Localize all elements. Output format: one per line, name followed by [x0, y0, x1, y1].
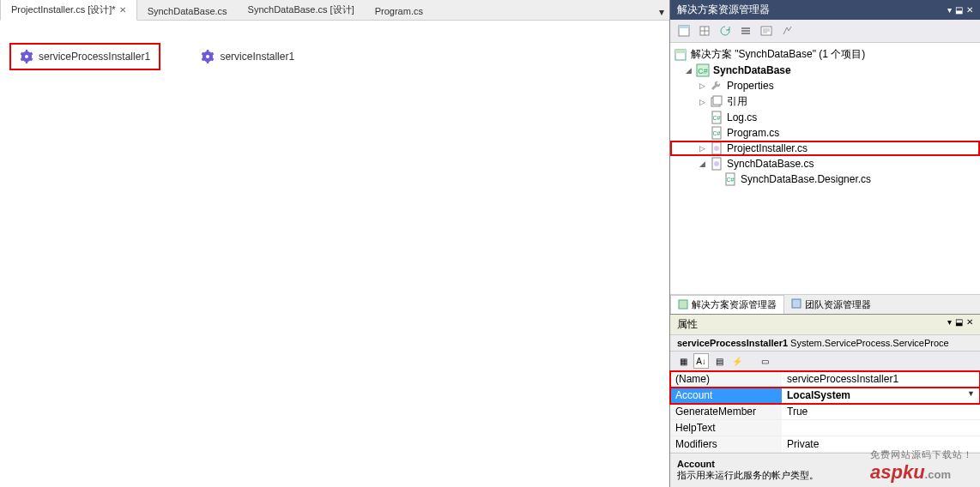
dropdown-icon[interactable]: ▼	[967, 389, 975, 401]
pin-icon[interactable]: ⬓	[955, 5, 963, 15]
prop-value[interactable]: True	[787, 406, 808, 418]
tree-file-project-installer[interactable]: ▷ ProjectInstaller.cs	[670, 141, 980, 156]
component-file-icon	[710, 141, 723, 155]
watermark-dotcom: .com	[925, 468, 951, 481]
tab-synchdatabase-cs[interactable]: SynchDataBase.cs	[137, 3, 238, 20]
properties-toolbar: ▦ A↓ ▤ ⚡ ▭	[670, 352, 980, 371]
tree-file-designer[interactable]: C# SynchDataBase.Designer.cs	[670, 171, 980, 187]
tree-file-synchdatabase[interactable]: ◢ SynchDataBase.cs	[670, 156, 980, 171]
panel-title: 属性	[677, 317, 698, 332]
svg-rect-4	[741, 30, 750, 32]
svg-rect-5	[741, 33, 750, 34]
tree-file-log[interactable]: C# Log.cs	[670, 110, 980, 125]
collapse-icon[interactable]	[737, 22, 754, 39]
tab-label: SynchDataBase.cs	[148, 6, 227, 16]
svg-point-20	[714, 161, 719, 166]
desc-text: 指示用来运行此服务的帐户类型。	[677, 470, 819, 480]
expand-icon[interactable]: ▷	[698, 81, 706, 90]
solution-icon	[674, 48, 687, 62]
component-service-installer[interactable]: serviceInstaller1	[194, 46, 301, 67]
component-label: serviceInstaller1	[220, 51, 294, 63]
tree-label: Program.cs	[727, 127, 779, 139]
events-icon[interactable]: ⚡	[729, 353, 745, 369]
collapse-icon[interactable]: ◢	[684, 66, 693, 75]
cs-file-icon: C#	[710, 126, 723, 140]
cs-file-icon: C#	[723, 172, 737, 186]
dropdown-icon[interactable]: ▾	[947, 317, 952, 332]
object-name: serviceProcessInstaller1	[677, 338, 788, 348]
refresh-icon[interactable]	[717, 22, 734, 39]
tree-references[interactable]: ▷ 引用	[670, 93, 980, 110]
object-type: System.ServiceProcess.ServiceProce	[790, 338, 949, 348]
view-code-icon[interactable]	[758, 22, 775, 39]
watermark-brand: aspku	[870, 461, 925, 483]
tab-solution-explorer[interactable]: 解决方案资源管理器	[670, 295, 784, 314]
prop-name: HelpText	[670, 420, 782, 436]
prop-name: GenerateMember	[670, 404, 782, 419]
properties-object-selector[interactable]: serviceProcessInstaller1 System.ServiceP…	[670, 335, 980, 352]
tab-program-cs[interactable]: Program.cs	[365, 3, 433, 20]
properties-page-icon[interactable]: ▤	[711, 353, 727, 369]
close-icon[interactable]: ✕	[966, 317, 973, 332]
solution-toolbar	[670, 20, 980, 43]
prop-name: (Name)	[670, 371, 782, 387]
prop-value[interactable]: serviceProcessInstaller1	[787, 373, 898, 385]
svg-rect-24	[792, 299, 801, 308]
tab-label: 团队资源管理器	[805, 298, 871, 311]
close-icon[interactable]: ✕	[966, 5, 973, 15]
svg-rect-8	[675, 50, 686, 53]
prop-row-help-text[interactable]: HelpText	[670, 420, 980, 436]
tree-label: ProjectInstaller.cs	[727, 142, 808, 154]
property-description: Account 指示用来运行此服务的帐户类型。 免费网站源码下载站！ aspku…	[670, 453, 980, 487]
properties-icon[interactable]	[675, 22, 693, 39]
tab-label: SynchDataBase.cs [设计]	[248, 3, 354, 16]
solution-explorer-header: 解决方案资源管理器 ▾ ⬓ ✕	[670, 0, 980, 20]
solution-icon	[678, 299, 688, 311]
prop-row-name[interactable]: (Name) serviceProcessInstaller1	[670, 371, 980, 388]
tab-project-installer-design[interactable]: ProjectInstaller.cs [设计]* ✕	[0, 0, 137, 21]
tree-file-program[interactable]: C# Program.cs	[670, 125, 980, 141]
component-file-icon	[710, 157, 723, 171]
team-icon	[791, 298, 802, 310]
expand-icon[interactable]: ▷	[698, 98, 706, 106]
tree-label: 引用	[727, 94, 747, 109]
svg-text:C#: C#	[713, 130, 721, 136]
property-pages-icon[interactable]: ▭	[757, 353, 772, 369]
show-all-icon[interactable]	[696, 22, 713, 39]
tab-label: Program.cs	[375, 6, 423, 16]
tab-overflow-button[interactable]: ▾	[654, 4, 669, 20]
properties-header: 属性 ▾ ⬓ ✕	[670, 315, 980, 335]
tab-label: 解决方案资源管理器	[692, 298, 777, 311]
svg-text:C#: C#	[698, 67, 708, 75]
gear-icon	[20, 50, 33, 63]
references-icon	[710, 95, 723, 109]
prop-name: Modifiers	[670, 436, 782, 452]
tree-properties[interactable]: ▷ Properties	[670, 78, 980, 93]
tab-team-explorer[interactable]: 团队资源管理器	[784, 295, 878, 314]
designer-surface[interactable]: serviceProcessInstaller1 serviceInstalle…	[0, 21, 669, 487]
svg-point-18	[714, 146, 719, 151]
view-designer-icon[interactable]	[778, 22, 795, 39]
tree-project[interactable]: ◢ C# SynchDataBase	[670, 63, 980, 78]
properties-grid: (Name) serviceProcessInstaller1 Account …	[670, 371, 980, 453]
tree-solution-root[interactable]: 解决方案 "SynchDataBase" (1 个项目)	[670, 46, 980, 63]
component-service-process-installer[interactable]: serviceProcessInstaller1	[13, 46, 157, 67]
tree-label: SynchDataBase.cs	[727, 158, 814, 170]
categorized-icon[interactable]: ▦	[675, 353, 691, 369]
tab-synchdatabase-design[interactable]: SynchDataBase.cs [设计]	[238, 0, 365, 20]
alphabetical-icon[interactable]: A↓	[693, 353, 709, 369]
csharp-project-icon: C#	[696, 63, 710, 77]
gear-icon	[201, 50, 215, 63]
prop-row-generate-member[interactable]: GenerateMember True	[670, 404, 980, 420]
prop-row-account[interactable]: Account LocalSystem ▼	[670, 388, 980, 404]
panel-title: 解决方案资源管理器	[677, 3, 770, 17]
expand-icon[interactable]: ▷	[698, 144, 706, 153]
svg-text:C#: C#	[727, 177, 735, 183]
prop-value[interactable]: Private	[787, 438, 819, 450]
collapse-icon[interactable]: ◢	[698, 159, 706, 168]
solution-tree[interactable]: 解决方案 "SynchDataBase" (1 个项目) ◢ C# SynchD…	[670, 43, 980, 294]
prop-value[interactable]: LocalSystem	[787, 389, 850, 401]
pin-icon[interactable]: ⬓	[955, 317, 963, 332]
close-icon[interactable]: ✕	[119, 5, 126, 15]
dropdown-icon[interactable]: ▾	[947, 5, 952, 15]
